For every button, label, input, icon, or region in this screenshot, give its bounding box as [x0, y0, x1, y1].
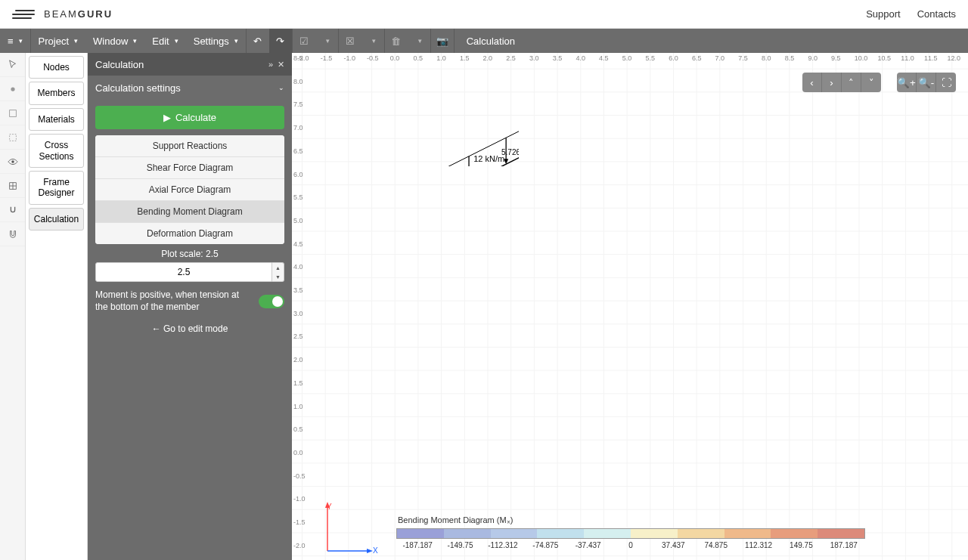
top-header: BEAMGURU Support Contacts — [0, 0, 968, 29]
menu-edit[interactable]: Edit▾ — [144, 29, 185, 53]
svg-rect-1 — [9, 110, 16, 116]
diagram-axial[interactable]: Axial Force Diagram — [95, 179, 284, 201]
canvas[interactable]: ‹ › ˄ ˅ 🔍+ 🔍- ⛶ 25 kN12 kN/m15 kN8 kN12 … — [292, 53, 968, 560]
panel-header: Calculation » ✕ — [88, 53, 292, 76]
close-icon[interactable]: ✕ — [278, 60, 284, 70]
go-to-edit-link[interactable]: ← Go to edit mode — [95, 317, 284, 340]
diagram-svg: 25 kN12 kN/m15 kN8 kN12 kN35 kN20 kN5 kN… — [292, 53, 519, 166]
tool-frame-designer[interactable]: Frame Designer — [29, 171, 84, 205]
menu-settings[interactable]: Settings▾ — [186, 29, 246, 53]
chevron-down-icon: ⌄ — [278, 84, 284, 91]
diagram-deformation[interactable]: Deformation Diagram — [95, 223, 284, 244]
dashed-rect-icon[interactable] — [0, 125, 25, 150]
header-links: Support Contacts — [866, 8, 956, 20]
diagram-bending[interactable]: Bending Moment Diagram — [95, 201, 284, 223]
tool-nodes[interactable]: Nodes — [29, 56, 84, 79]
menu-project[interactable]: Project▾ — [31, 29, 85, 53]
zoom-fit-icon[interactable]: ⛶ — [936, 73, 956, 92]
check-dropdown-icon: ▾ — [315, 29, 338, 53]
uncheck-dropdown-icon: ▾ — [361, 29, 384, 53]
redo-icon[interactable]: ↷ — [269, 29, 292, 53]
svg-text:15 kN: 15 kN — [402, 166, 424, 167]
moment-sign-toggle[interactable] — [259, 295, 284, 308]
plot-scale-input[interactable] — [95, 262, 272, 282]
link-contacts[interactable]: Contacts — [917, 8, 956, 20]
cursor-icon[interactable] — [0, 53, 25, 77]
eye-icon[interactable] — [0, 150, 25, 174]
legend-labels: -187.187-149.75-112.312-74.875-37.437037… — [396, 541, 865, 549]
svg-marker-109 — [367, 549, 373, 553]
svg-rect-2 — [9, 134, 16, 141]
trash-dropdown-icon: ▾ — [408, 29, 430, 53]
snap-icon[interactable] — [0, 198, 25, 222]
pan-left-icon[interactable]: ‹ — [802, 73, 822, 92]
collapse-icon[interactable]: » — [268, 60, 273, 70]
side-panel: Calculation » ✕ Calculation settings⌄ ▶ … — [88, 53, 292, 560]
link-support[interactable]: Support — [866, 8, 901, 20]
point-icon[interactable] — [0, 77, 25, 101]
tool-calculation[interactable]: Calculation — [29, 208, 84, 230]
diagram-support-reactions[interactable]: Support Reactions — [95, 135, 284, 157]
tool-column: Nodes Members Materials Cross Sections F… — [26, 53, 88, 560]
diagram-shear[interactable]: Shear Force Diagram — [95, 157, 284, 179]
pan-right-icon[interactable]: › — [822, 73, 842, 92]
panel-body: ▶ Calculate Support Reactions Shear Forc… — [88, 100, 292, 349]
grid-icon[interactable] — [0, 174, 25, 198]
panel-section-header[interactable]: Calculation settings⌄ — [88, 76, 292, 100]
legend-colorbar — [396, 528, 865, 539]
hamburger-menu[interactable]: ≡ ▾ — [0, 29, 30, 53]
svg-text:12 kN/m: 12 kN/m — [473, 154, 504, 163]
brand-text: BEAMGURU — [44, 8, 113, 20]
calculate-button[interactable]: ▶ Calculate — [95, 106, 284, 129]
menu-window[interactable]: Window▾ — [85, 29, 144, 53]
svg-point-0 — [11, 87, 14, 91]
logo-icon — [12, 10, 35, 19]
tool-members[interactable]: Members — [29, 82, 84, 104]
main-layout: Nodes Members Materials Cross Sections F… — [0, 53, 968, 560]
zoom-controls: 🔍+ 🔍- ⛶ — [897, 73, 956, 92]
pan-controls: ‹ › ˄ ˅ — [802, 73, 881, 92]
pan-up-icon[interactable]: ˄ — [842, 73, 861, 92]
diagram-list: Support Reactions Shear Force Diagram Ax… — [95, 135, 284, 244]
zoom-out-icon[interactable]: 🔍- — [917, 73, 936, 92]
scale-stepper[interactable]: ▲▼ — [272, 262, 284, 282]
toggle-label: Moment is positive, when tension at the … — [95, 289, 253, 313]
legend: Bending Moment Diagram (Mₓ) -187.187-149… — [396, 515, 865, 549]
menu-bar: ≡ ▾ Project▾ Window▾ Edit▾ Settings▾ ↶ ↷… — [0, 29, 968, 53]
check-icon: ☑ — [293, 29, 315, 53]
menubar-title: Calculation — [455, 29, 527, 53]
uncheck-icon: ☒ — [339, 29, 361, 53]
tool-materials[interactable]: Materials — [29, 108, 84, 131]
pan-down-icon[interactable]: ˅ — [861, 73, 881, 92]
legend-title: Bending Moment Diagram (Mₓ) — [396, 515, 865, 525]
trash-icon: 🗑 — [385, 29, 408, 53]
screenshot-icon[interactable]: 📷 — [431, 29, 454, 53]
tool-cross-sections[interactable]: Cross Sections — [29, 134, 84, 168]
undo-icon[interactable]: ↶ — [247, 29, 269, 53]
logo: BEAMGURU — [12, 8, 113, 20]
icon-rail — [0, 53, 26, 560]
zoom-in-icon[interactable]: 🔍+ — [897, 73, 917, 92]
plot-scale-label: Plot scale: 2.5 — [95, 244, 284, 262]
svg-point-3 — [11, 160, 14, 163]
magnet-icon[interactable] — [0, 222, 25, 246]
rect-icon[interactable] — [0, 101, 25, 125]
svg-text:5.726: 5.726 — [501, 148, 519, 156]
